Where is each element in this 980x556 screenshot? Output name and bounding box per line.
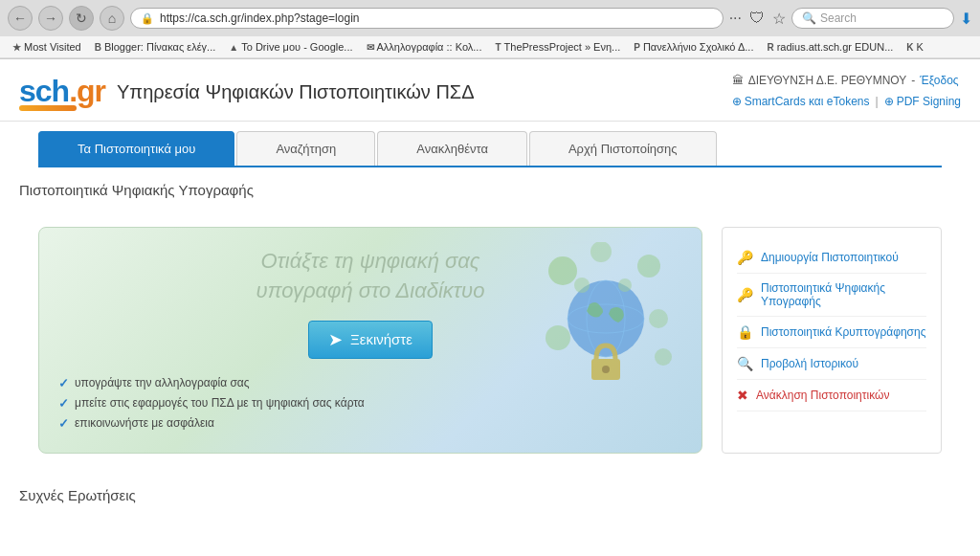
bookmark-item[interactable]: TThePressProject » Ενη...	[490, 39, 625, 55]
smartcards-link[interactable]: ⊕ SmartCards και eTokens	[732, 95, 870, 108]
welcome-line2: υπογραφή στο Διαδίκτυο	[58, 277, 682, 306]
right-sidebar: 🔑Δημιουργία Πιστοποιητικού🔑Πιστοποιητικά…	[722, 227, 942, 454]
faq-section-title: Συχνές Ερωτήσεις	[19, 487, 961, 503]
sidebar-link-label: Δημιουργία Πιστοποιητικού	[761, 251, 899, 264]
bookmark-label: ThePressProject » Ενη...	[504, 41, 621, 53]
sidebar-link[interactable]: 🔑Δημιουργία Πιστοποιητικού	[737, 242, 926, 274]
bookmark-label: Αλληλογραφία :: Κολ...	[377, 41, 482, 53]
nav-tab[interactable]: Ανακληθέντα	[377, 131, 527, 166]
bookmark-item[interactable]: KK	[902, 39, 928, 55]
bookmark-label: Πανελλήνιο Σχολικό Δ...	[643, 41, 754, 53]
check-mark: ✓	[58, 376, 69, 390]
back-button[interactable]: ←	[8, 6, 33, 31]
address-text: https://ca.sch.gr/index.php?stage=login	[160, 11, 713, 25]
header-user: 🏛 ΔΙΕΥΘΥΝΣΗ Δ.Ε. ΡΕΘΥΜΝΟΥ - Έξοδος	[732, 74, 961, 87]
header-right: 🏛 ΔΙΕΥΘΥΝΣΗ Δ.Ε. ΡΕΘΥΜΝΟΥ - Έξοδος ⊕ Sma…	[732, 74, 961, 108]
bookmark-icon: R	[767, 42, 773, 53]
bookmark-icon: P	[634, 42, 640, 53]
checklist-item: ✓μπείτε στις εφαρμογές του ΠΣΔ με τη ψηφ…	[58, 393, 682, 413]
svg-point-3	[546, 325, 570, 350]
sidebar-link-icon: 🔑	[737, 287, 753, 302]
bookmark-item[interactable]: ✉Αλληλογραφία :: Κολ...	[362, 39, 487, 55]
checklist-text: επικοινωνήστε με ασφάλεια	[75, 416, 214, 430]
sidebar-link[interactable]: ✖Ανάκληση Πιστοποιητικών	[737, 380, 926, 411]
logo: sch.gr	[19, 74, 105, 111]
page-title: Υπηρεσία Ψηφιακών Πιστοποιητικών ΠΣΔ	[117, 81, 475, 103]
nav-tab[interactable]: Τα Πιστοποιητικά μου	[38, 131, 234, 166]
sidebar-link-label: Ανάκληση Πιστοποιητικών	[756, 389, 889, 402]
sidebar-link[interactable]: 🔑Πιστοποιητικά Ψηφιακής Υπογραφής	[737, 274, 926, 317]
bookmark-icon: ▲	[229, 42, 238, 53]
check-mark: ✓	[58, 396, 69, 411]
nav-tab[interactable]: Αναζήτηση	[236, 131, 375, 166]
link-divider: |	[876, 95, 879, 108]
bookmark-icon: K	[906, 42, 913, 53]
checklist-text: μπείτε στις εφαρμογές του ΠΣΔ με τη ψηφι…	[75, 396, 365, 410]
section-title: Πιστοποιητικά Ψηφιακής Υπογραφής	[19, 182, 961, 198]
start-icon: ➤	[328, 329, 343, 350]
page-header: sch.gr Υπηρεσία Ψηφιακών Πιστοποιητικών …	[0, 59, 980, 122]
bookmark-item[interactable]: BBlogger: Πίνακας ελέγ...	[90, 39, 221, 55]
address-bar[interactable]: 🔒 https://ca.sch.gr/index.php?stage=logi…	[130, 8, 724, 29]
bookmark-icon: ★	[12, 42, 21, 53]
svg-point-2	[649, 309, 668, 328]
forward-button[interactable]: →	[38, 6, 63, 31]
main-area: Οτιάξτε τη ψηφιακή σας υπογραφή στο Διαδ…	[19, 212, 961, 468]
header-links: ⊕ SmartCards και eTokens | ⊕ PDF Signing	[732, 95, 961, 108]
download-button[interactable]: ⬇	[960, 10, 972, 28]
sidebar-link-label: Προβολή Ιστορικού	[761, 357, 858, 370]
pdf-link[interactable]: ⊕ PDF Signing	[884, 95, 961, 108]
search-bar[interactable]: 🔍 Search	[791, 8, 954, 29]
logout-link[interactable]: Έξοδος	[920, 74, 958, 87]
star-button[interactable]: ☆	[772, 10, 786, 28]
svg-point-10	[602, 366, 610, 373]
nav-tabs: Τα Πιστοποιητικά μουΑναζήτησηΑνακληθέντα…	[38, 131, 942, 167]
bookmark-label: radius.att.sch.gr EDUN...	[777, 41, 894, 53]
pdf-icon: ⊕	[884, 95, 894, 108]
checklist-item: ✓επικοινωνήστε με ασφάλεια	[58, 413, 682, 434]
home-button[interactable]: ⌂	[100, 6, 124, 31]
bookmark-item[interactable]: Rradius.att.sch.gr EDUN...	[762, 39, 898, 55]
bookmark-label: K	[917, 41, 924, 53]
menu-button[interactable]: ···	[729, 10, 742, 27]
bookmark-icon: B	[95, 42, 101, 53]
org-name: ΔΙΕΥΘΥΝΣΗ Δ.Ε. ΡΕΘΥΜΝΟΥ	[748, 74, 907, 87]
bookmark-label: Blogger: Πίνακας ελέγ...	[104, 41, 215, 53]
lock-icon: 🔒	[141, 12, 154, 25]
bookmark-label: Most Visited	[24, 41, 81, 53]
nav-tab[interactable]: Αρχή Πιστοποίησης	[529, 131, 717, 166]
bookmark-item[interactable]: PΠανελλήνιο Σχολικό Δ...	[629, 39, 758, 55]
sidebar-link-label: Πιστοποιητικά Ψηφιακής Υπογραφής	[761, 281, 926, 308]
start-label: Ξεκινήστε	[350, 331, 412, 347]
search-placeholder: Search	[820, 11, 857, 25]
pdf-label: PDF Signing	[897, 95, 961, 108]
start-button[interactable]: ➤ Ξεκινήστε	[308, 321, 433, 359]
bookmarks-bar: ★Most VisitedBBlogger: Πίνακας ελέγ...▲T…	[0, 36, 980, 58]
search-icon: 🔍	[802, 11, 816, 25]
left-content: Οτιάξτε τη ψηφιακή σας υπογραφή στο Διαδ…	[38, 227, 702, 454]
bookmark-icon: T	[495, 42, 501, 53]
sidebar-link-icon: 🔒	[737, 324, 753, 340]
checklist-text: υπογράψτε την αλληλογραφία σας	[75, 376, 250, 389]
smartcards-label: SmartCards και eTokens	[745, 95, 870, 108]
welcome-text: Οτιάξτε τη ψηφιακή σας υπογραφή στο Διαδ…	[58, 247, 682, 306]
bookmark-icon: ✉	[367, 42, 374, 53]
sidebar-link[interactable]: 🔒Πιστοποιητικά Κρυπτογράφησης	[737, 317, 926, 348]
smartcards-icon: ⊕	[732, 95, 742, 108]
separator: -	[911, 74, 915, 87]
bookmark-label: To Drive μου - Google...	[241, 41, 352, 53]
welcome-line1: Οτιάξτε τη ψηφιακή σας	[58, 247, 682, 277]
org-icon: 🏛	[732, 74, 744, 87]
sidebar-link-icon: ✖	[737, 388, 748, 403]
svg-point-5	[655, 348, 672, 366]
welcome-card: Οτιάξτε τη ψηφιακή σας υπογραφή στο Διαδ…	[38, 227, 702, 454]
sidebar-link-label: Πιστοποιητικά Κρυπτογράφησης	[761, 325, 925, 339]
bookmark-item[interactable]: ▲To Drive μου - Google...	[224, 39, 357, 55]
refresh-button[interactable]: ↻	[69, 6, 94, 31]
sidebar-link-icon: 🔑	[737, 250, 753, 265]
sidebar-link-icon: 🔍	[737, 356, 753, 371]
check-mark: ✓	[58, 416, 69, 431]
sidebar-link[interactable]: 🔍Προβολή Ιστορικού	[737, 348, 926, 380]
shield-button[interactable]: 🛡	[749, 10, 765, 27]
bookmark-item[interactable]: ★Most Visited	[8, 39, 86, 55]
